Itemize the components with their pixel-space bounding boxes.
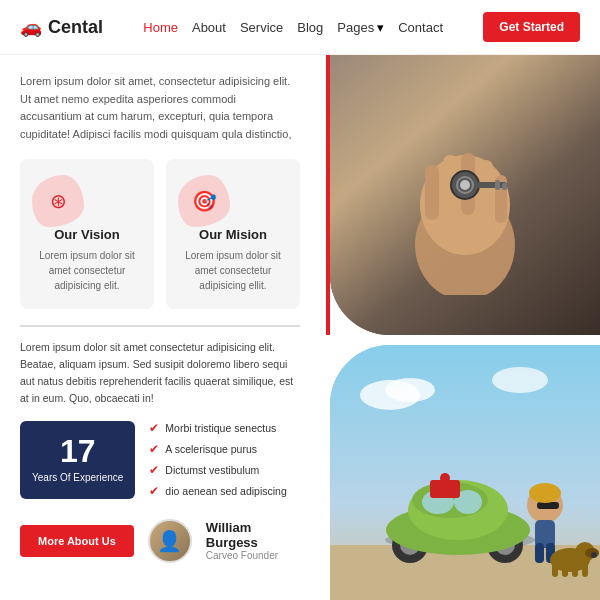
bullet-2: ✔ A scelerisque purus — [149, 442, 300, 456]
logo[interactable]: 🚗 Cental — [20, 16, 103, 38]
left-content: Lorem ipsum dolor sit amet, consectetur … — [0, 55, 320, 600]
svg-rect-38 — [552, 563, 558, 577]
vision-desc: Lorem ipsum dolor sit amet consectetur a… — [32, 248, 142, 293]
svg-point-29 — [440, 473, 450, 483]
mission-desc: Lorem ipsum dolor sit amet consectetur a… — [178, 248, 288, 293]
svg-rect-40 — [572, 563, 578, 577]
svg-point-12 — [460, 180, 470, 190]
mission-icon-wrap: 🎯 — [178, 175, 230, 227]
svg-rect-10 — [495, 180, 500, 190]
vision-icon-wrap: ⊛ — [32, 175, 84, 227]
intro-text: Lorem ipsum dolor sit amet, consectetur … — [20, 73, 300, 143]
chevron-down-icon: ▾ — [377, 20, 384, 35]
section-paragraph: Lorem ipsum dolor sit amet consectetur a… — [20, 325, 300, 406]
check-icon-2: ✔ — [149, 442, 159, 456]
bullet-1: ✔ Morbi tristique senectus — [149, 421, 300, 435]
more-about-button[interactable]: More About Us — [20, 525, 134, 557]
car-visual — [330, 345, 600, 600]
vision-title: Our Vision — [32, 227, 142, 242]
nav-item-home[interactable]: Home — [143, 20, 178, 35]
check-icon-3: ✔ — [149, 463, 159, 477]
get-started-button[interactable]: Get Started — [483, 12, 580, 42]
svg-rect-32 — [535, 543, 544, 563]
experience-box: 17 Years Of Experience — [20, 421, 135, 499]
founder-avatar: 👤 — [148, 519, 192, 563]
experience-label: Years Of Experience — [32, 471, 123, 485]
mission-title: Our Mision — [178, 227, 288, 242]
mission-icon: 🎯 — [192, 189, 217, 213]
svg-point-16 — [385, 378, 435, 402]
nav-item-pages-link[interactable]: Pages — [337, 20, 374, 35]
experience-section: 17 Years Of Experience ✔ Morbi tristique… — [20, 421, 300, 505]
person-icon: 👤 — [157, 529, 182, 553]
logo-text: Cental — [48, 17, 103, 38]
founder-name: William Burgess — [206, 520, 300, 550]
bullet-text-2: A scelerisque purus — [165, 443, 257, 455]
nav-item-about[interactable]: About — [192, 20, 226, 35]
svg-rect-34 — [537, 502, 559, 509]
svg-rect-39 — [562, 563, 568, 577]
check-icon-4: ✔ — [149, 484, 159, 498]
svg-rect-2 — [425, 165, 439, 220]
svg-rect-41 — [582, 563, 588, 577]
founder-info: William Burgess Carveo Founder — [206, 520, 300, 561]
car-person-image — [330, 345, 600, 600]
main-container: Lorem ipsum dolor sit amet, consectetur … — [0, 55, 600, 600]
check-icon-1: ✔ — [149, 421, 159, 435]
svg-rect-5 — [479, 160, 493, 218]
nav-item-service[interactable]: Service — [240, 20, 283, 35]
bullet-text-1: Morbi tristique senectus — [165, 422, 276, 434]
nav-item-blog[interactable]: Blog — [297, 20, 323, 35]
vision-card: ⊛ Our Vision Lorem ipsum dolor sit amet … — [20, 159, 154, 309]
nav-item-pages[interactable]: Pages ▾ — [337, 20, 384, 35]
car-scene-svg — [330, 345, 600, 600]
hand-key-image — [330, 55, 600, 335]
bullet-text-3: Dictumst vestibulum — [165, 464, 259, 476]
hand-key-visual — [330, 55, 600, 335]
bullets-list: ✔ Morbi tristique senectus ✔ A scelerisq… — [149, 421, 300, 505]
mission-card: 🎯 Our Mision Lorem ipsum dolor sit amet … — [166, 159, 300, 309]
experience-number: 17 — [32, 435, 123, 467]
founder-title: Carveo Founder — [206, 550, 300, 561]
hand-key-svg — [395, 95, 535, 295]
bullet-4: ✔ dio aenean sed adipiscing — [149, 484, 300, 498]
svg-point-35 — [529, 483, 561, 503]
cards-row: ⊛ Our Vision Lorem ipsum dolor sit amet … — [20, 159, 300, 309]
bottom-row: More About Us 👤 William Burgess Carveo F… — [20, 519, 300, 563]
bullet-3: ✔ Dictumst vestibulum — [149, 463, 300, 477]
right-images — [320, 55, 600, 600]
nav-links: Home About Service Blog Pages ▾ Contact — [143, 20, 443, 35]
navbar: 🚗 Cental Home About Service Blog Pages ▾… — [0, 0, 600, 55]
nav-item-contact[interactable]: Contact — [398, 20, 443, 35]
bullet-text-4: dio aenean sed adipiscing — [165, 485, 286, 497]
svg-rect-11 — [502, 183, 507, 190]
svg-point-17 — [492, 367, 548, 393]
car-icon: 🚗 — [20, 16, 42, 38]
svg-point-43 — [591, 552, 597, 558]
vision-icon: ⊛ — [50, 189, 67, 213]
